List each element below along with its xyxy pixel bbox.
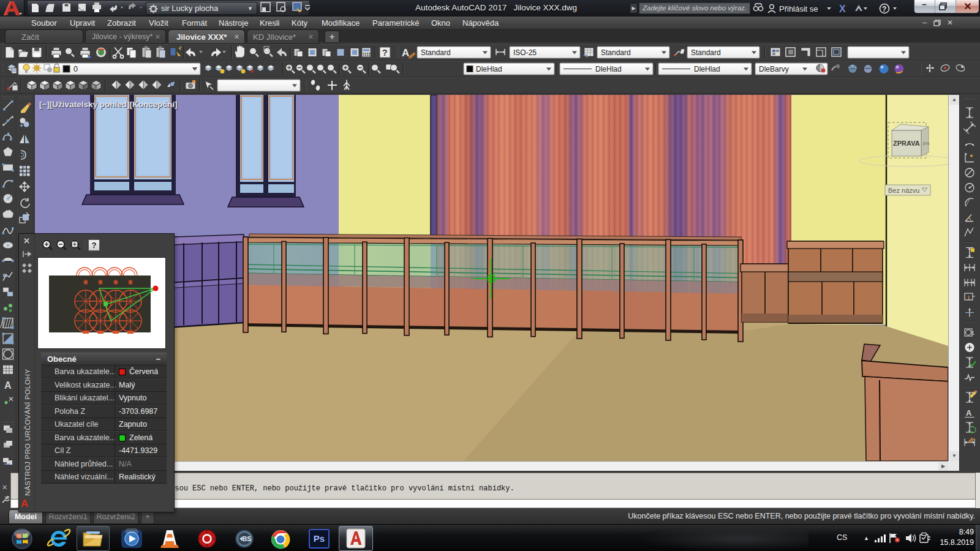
svg-text:A: A [4, 380, 12, 391]
svg-text:ISO-25: ISO-25 [513, 48, 537, 57]
svg-text:DleHlad: DleHlad [694, 65, 720, 73]
svg-text:ZPRAVA: ZPRAVA [893, 140, 920, 147]
svg-text:DleHlad: DleHlad [595, 65, 622, 73]
svg-text:BS: BS [243, 536, 251, 542]
svg-text:?: ? [882, 5, 886, 13]
svg-text:Standard: Standard [421, 48, 451, 57]
svg-text:DleHlad: DleHlad [476, 65, 502, 73]
svg-text:A: A [402, 47, 409, 59]
svg-text:Bez názvu: Bez názvu [888, 187, 919, 194]
svg-text:?: ? [382, 48, 388, 58]
svg-text:1: 1 [967, 294, 970, 301]
svg-text:Přihlásit se: Přihlásit se [779, 4, 818, 13]
svg-text:Standard: Standard [601, 48, 631, 57]
svg-text:0: 0 [74, 65, 78, 73]
svg-text:X: X [839, 4, 846, 14]
svg-text:1: 1 [971, 330, 974, 336]
svg-text:DleBarvy: DleBarvy [759, 65, 789, 73]
svg-text:3%: 3% [922, 141, 930, 146]
svg-text:A: A [966, 408, 972, 418]
svg-text:[−][Uživatelský pohled][Koncep: [−][Uživatelský pohled][Koncepční] [39, 100, 177, 109]
svg-text:Standard: Standard [691, 48, 721, 57]
